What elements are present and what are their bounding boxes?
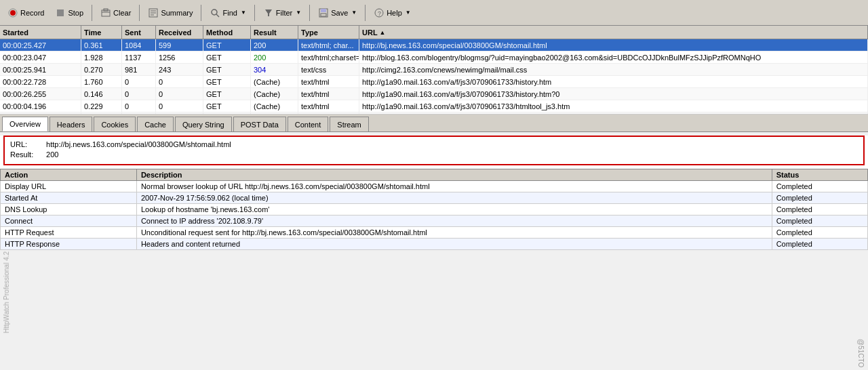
tab-stream[interactable]: Stream xyxy=(330,117,368,131)
cell-received: 1256 xyxy=(156,52,203,63)
col-time[interactable]: Time xyxy=(81,26,122,39)
cell-time: 0.361 xyxy=(81,39,122,51)
cell-method: GET xyxy=(203,88,251,100)
table-row[interactable]: 00:00:03.717 0.103 1321 334 GET 304 text… xyxy=(0,112,868,114)
cell-received: 243 xyxy=(156,64,203,75)
svg-point-1 xyxy=(10,10,16,16)
table-row[interactable]: 00:00:22.728 1.760 0 0 GET (Cache) text/… xyxy=(0,76,868,88)
summary-icon xyxy=(148,7,159,18)
description-cell: Connect to IP address '202.108.9.79' xyxy=(136,215,772,227)
cell-result: (Cache) xyxy=(251,76,298,87)
filter-button[interactable]: Filter ▼ xyxy=(258,3,306,22)
col-received[interactable]: Received xyxy=(156,26,203,39)
cell-method: GET xyxy=(203,112,251,114)
find-dropdown-arrow: ▼ xyxy=(241,9,246,16)
action-table: Action Description Status Display URLNor… xyxy=(0,169,868,250)
filter-label: Filter xyxy=(276,9,292,17)
cell-result: 200 xyxy=(251,39,298,51)
detail-result-line: Result: 200 xyxy=(10,150,858,159)
result-label: Result: xyxy=(10,150,44,159)
cell-type: text/html xyxy=(298,112,359,114)
cell-sent: 981 xyxy=(122,64,156,75)
help-dropdown-arrow: ▼ xyxy=(406,9,411,16)
tab-overview[interactable]: Overview xyxy=(2,117,48,131)
cell-url: http://g1a90.mail.163.com/a/f/js3/070906… xyxy=(359,76,868,87)
tab-headers[interactable]: Headers xyxy=(50,117,93,131)
cell-result: 304 xyxy=(251,112,298,114)
action-table-row[interactable]: Started At2007-Nov-29 17:56:59.062 (loca… xyxy=(1,192,868,204)
col-started[interactable]: Started xyxy=(0,26,81,39)
col-method[interactable]: Method xyxy=(203,26,251,39)
action-table-row[interactable]: Display URLNormal browser lookup of URL … xyxy=(1,181,868,192)
cell-started: 00:00:23.047 xyxy=(0,52,81,63)
table-row[interactable]: 00:00:23.047 1.928 1137 1256 GET 200 tex… xyxy=(0,52,868,64)
col-url[interactable]: URL ▲ xyxy=(359,26,868,39)
cell-result: (Cache) xyxy=(251,88,298,100)
col-type[interactable]: Type xyxy=(298,26,359,39)
cell-time: 0.229 xyxy=(81,100,122,112)
summary-button[interactable]: Summary xyxy=(143,3,197,22)
action-cell: HTTP Request xyxy=(1,227,137,239)
clear-button[interactable]: Clear xyxy=(96,3,136,22)
cell-url: http://bj.news.163.com/special/003800GM/… xyxy=(359,39,868,51)
stop-button[interactable]: Stop xyxy=(50,3,88,22)
cell-time: 0.270 xyxy=(81,64,122,75)
status-cell: Completed xyxy=(772,181,867,192)
cell-sent: 1137 xyxy=(122,52,156,63)
url-label: URL: xyxy=(10,140,44,148)
cell-received: 599 xyxy=(156,39,203,51)
col-sent[interactable]: Sent xyxy=(122,26,156,39)
cell-type: text/html xyxy=(298,100,359,112)
status-cell: Completed xyxy=(772,215,867,227)
find-button[interactable]: Find ▼ xyxy=(205,3,250,22)
description-cell: Normal browser lookup of URL http://bj.n… xyxy=(136,181,772,192)
save-button[interactable]: Save ▼ xyxy=(313,3,361,22)
cell-url: http://g1a90.mail.163.com/a/f/js3/070906… xyxy=(359,88,868,100)
find-label: Find xyxy=(222,9,237,17)
action-cell: Display URL xyxy=(1,181,137,192)
filter-icon xyxy=(263,7,274,18)
cell-sent: 0 xyxy=(122,88,156,100)
divider-5 xyxy=(309,5,310,21)
tab-content[interactable]: Content xyxy=(288,117,329,131)
description-col-header: Description xyxy=(136,169,772,181)
save-label: Save xyxy=(331,9,348,17)
svg-rect-15 xyxy=(321,14,326,16)
action-table-row[interactable]: DNS LookupLookup of hostname 'bj.news.16… xyxy=(1,204,868,215)
help-button[interactable]: ? Help ▼ xyxy=(369,3,416,22)
cell-sent: 1084 xyxy=(122,39,156,51)
table-row[interactable]: 00:00:26.255 0.146 0 0 GET (Cache) text/… xyxy=(0,88,868,100)
description-cell: 2007-Nov-29 17:56:59.062 (local time) xyxy=(136,192,772,204)
divider-2 xyxy=(139,5,140,21)
table-row[interactable]: 00:00:04.196 0.229 0 0 GET (Cache) text/… xyxy=(0,100,868,112)
record-label: Record xyxy=(20,9,44,17)
cell-started: 00:00:04.196 xyxy=(0,100,81,112)
summary-label: Summary xyxy=(161,9,193,17)
tab-cache[interactable]: Cache xyxy=(137,117,174,131)
save-dropdown-arrow: ▼ xyxy=(351,9,357,16)
result-value: 200 xyxy=(46,150,58,159)
table-row[interactable]: 00:00:25.427 0.361 1084 599 GET 200 text… xyxy=(0,39,868,52)
toolbar: Record Stop Clear Su xyxy=(0,0,868,26)
table-row[interactable]: 00:00:25.941 0.270 981 243 GET 304 text/… xyxy=(0,64,868,76)
tab-cookies[interactable]: Cookies xyxy=(94,117,136,131)
action-table-row[interactable]: ConnectConnect to IP address '202.108.9.… xyxy=(1,215,868,227)
detail-url-line: URL: http://bj.news.163.com/special/0038… xyxy=(10,140,858,148)
url-sort-arrow: ▲ xyxy=(380,29,386,36)
description-cell: Headers and content returned xyxy=(136,239,772,250)
action-table-row[interactable]: HTTP RequestUnconditional request sent f… xyxy=(1,227,868,239)
action-table-row[interactable]: HTTP ResponseHeaders and content returne… xyxy=(1,239,868,250)
col-result[interactable]: Result xyxy=(251,26,298,39)
stop-icon xyxy=(55,7,66,18)
tab-query-string[interactable]: Query String xyxy=(175,117,232,131)
filter-dropdown-arrow: ▼ xyxy=(296,9,301,16)
find-icon xyxy=(210,7,220,18)
action-table-header: Action Description Status xyxy=(1,169,868,181)
cell-time: 0.146 xyxy=(81,88,122,100)
svg-rect-14 xyxy=(321,9,326,12)
record-button[interactable]: Record xyxy=(3,3,49,22)
detail-panel: URL: http://bj.news.163.com/special/0038… xyxy=(0,136,868,250)
cell-started: 00:00:25.427 xyxy=(0,39,81,51)
cell-url: http://g1a90.mail.163.com/a/f/js3/070906… xyxy=(359,100,868,112)
tab-post-data[interactable]: POST Data xyxy=(233,117,286,131)
